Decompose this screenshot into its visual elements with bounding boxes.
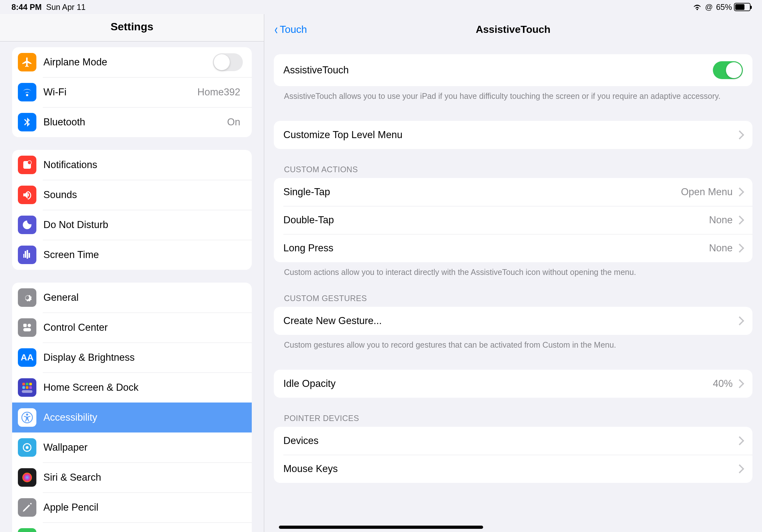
sidebar-item-label: Sounds [43,189,243,201]
sidebar-item-label: Apple Pencil [43,502,243,513]
sidebar-item-value: On [227,116,240,128]
section-header: POINTER DEVICES [274,398,752,427]
status-bar: 8:44 PM Sun Apr 11 @ 65% [0,0,762,14]
status-time: 8:44 PM [12,3,41,12]
sidebar-item-wallpaper[interactable]: Wallpaper [12,432,252,462]
sidebar-item-label: General [43,292,243,303]
section-footer: Custom actions allow you to interact dir… [274,262,752,278]
detail-row-customize-top-level-menu[interactable]: Customize Top Level Menu [274,121,752,149]
detail-row-label: Devices [283,435,736,446]
sidebar-item-face-id-passcode[interactable]: Face ID & Passcode [12,522,252,532]
home-indicator[interactable] [279,526,483,529]
detail-row-value: None [709,242,733,254]
section-footer: Custom gestures allow you to record gest… [274,335,752,351]
wifi-icon [692,4,702,11]
sidebar-item-siri-search[interactable]: Siri & Search [12,462,252,493]
sidebar: Settings Airplane ModeWi-FiHome392Blueto… [0,14,264,532]
chevron-right-icon [735,436,744,445]
detail-row-value: Open Menu [681,186,733,198]
detail-row-long-press[interactable]: Long PressNone [274,234,752,262]
detail-row-label: AssistiveTouch [283,64,713,76]
svg-rect-7 [29,383,32,385]
chevron-right-icon [735,379,744,388]
chevron-right-icon [735,187,744,196]
detail-row-mouse-keys[interactable]: Mouse Keys [274,455,752,483]
sidebar-item-label: Bluetooth [43,116,227,128]
sidebar-item-label: Notifications [43,159,243,170]
detail-row-single-tap[interactable]: Single-TapOpen Menu [274,178,752,206]
battery-icon [734,3,750,11]
sidebar-item-airplane-mode[interactable]: Airplane Mode [12,47,252,77]
svg-point-13 [26,414,29,416]
svg-rect-11 [22,390,32,393]
detail-row-double-tap[interactable]: Double-TapNone [274,206,752,234]
detail-row-value: None [709,214,733,226]
sidebar-item-wi-fi[interactable]: Wi-FiHome392 [12,77,252,107]
sidebar-item-general[interactable]: General [12,283,252,312]
detail-row-label: Idle Opacity [283,378,713,389]
battery-percent: 65% [716,3,732,12]
sidebar-item-label: Screen Time [43,249,243,261]
sidebar-item-label: Wi-Fi [43,87,197,98]
sidebar-item-label: Accessibility [43,412,243,423]
detail-row-label: Customize Top Level Menu [283,129,736,141]
sidebar-item-label: Home Screen & Dock [43,382,243,393]
sidebar-item-apple-pencil[interactable]: Apple Pencil [12,493,252,522]
detail-row-assistivetouch[interactable]: AssistiveTouch [274,54,752,86]
sidebar-item-do-not-disturb[interactable]: Do Not Disturb [12,210,252,240]
section-footer: AssistiveTouch allows you to use your iP… [274,86,752,102]
sidebar-scroll[interactable]: Airplane ModeWi-FiHome392BluetoothOnNoti… [0,41,264,532]
section-header: CUSTOM GESTURES [274,278,752,307]
svg-rect-9 [26,386,29,389]
detail-row-label: Long Press [283,242,709,254]
sidebar-item-label: Airplane Mode [43,56,213,68]
svg-rect-8 [22,386,25,389]
sidebar-title: Settings [0,14,264,41]
orientation-lock-icon: @ [705,3,713,12]
detail-title: AssistiveTouch [264,24,762,35]
detail-row-devices[interactable]: Devices [274,427,752,455]
detail-row-create-new-gesture-[interactable]: Create New Gesture... [274,307,752,335]
detail-row-label: Create New Gesture... [283,315,736,327]
sidebar-item-control-center[interactable]: Control Center [12,312,252,343]
svg-rect-6 [26,383,29,385]
sidebar-item-screen-time[interactable]: Screen Time [12,240,252,270]
svg-point-1 [28,161,32,165]
svg-point-16 [22,473,32,482]
detail-nav: ‹ Touch AssistiveTouch [264,14,762,45]
detail-pane: ‹ Touch AssistiveTouch AssistiveTouchAss… [264,14,762,532]
section-header: CUSTOM ACTIONS [274,149,752,178]
svg-rect-3 [28,324,31,327]
chevron-right-icon [735,464,744,473]
toggle-assistivetouch[interactable] [713,61,743,79]
detail-scroll[interactable]: AssistiveTouchAssistiveTouch allows you … [264,45,762,532]
chevron-right-icon [735,216,744,225]
sidebar-item-notifications[interactable]: Notifications [12,150,252,180]
chevron-right-icon [735,130,744,139]
sidebar-item-label: Wallpaper [43,442,243,453]
chevron-right-icon [735,316,744,325]
svg-point-15 [26,446,29,449]
status-date: Sun Apr 11 [46,3,86,12]
chevron-right-icon [735,244,744,253]
sidebar-item-home-screen-dock[interactable]: Home Screen & Dock [12,372,252,403]
svg-rect-2 [23,324,27,327]
detail-row-idle-opacity[interactable]: Idle Opacity40% [274,370,752,398]
sidebar-item-label: Siri & Search [43,472,243,483]
sidebar-item-label: Do Not Disturb [43,219,243,231]
sidebar-item-label: Display & Brightness [43,352,243,363]
detail-row-label: Single-Tap [283,186,681,198]
svg-rect-5 [22,383,25,385]
toggle-airplane-mode[interactable] [213,53,243,71]
detail-row-value: 40% [713,378,733,389]
detail-row-label: Mouse Keys [283,463,736,475]
sidebar-item-bluetooth[interactable]: BluetoothOn [12,107,252,137]
sidebar-item-label: Control Center [43,322,243,333]
svg-rect-4 [23,328,31,332]
sidebar-item-display-brightness[interactable]: AADisplay & Brightness [12,343,252,372]
sidebar-item-accessibility[interactable]: Accessibility [12,403,252,432]
svg-rect-10 [29,386,32,389]
sidebar-item-value: Home392 [197,87,240,98]
sidebar-item-sounds[interactable]: Sounds [12,180,252,210]
detail-row-label: Double-Tap [283,214,709,226]
